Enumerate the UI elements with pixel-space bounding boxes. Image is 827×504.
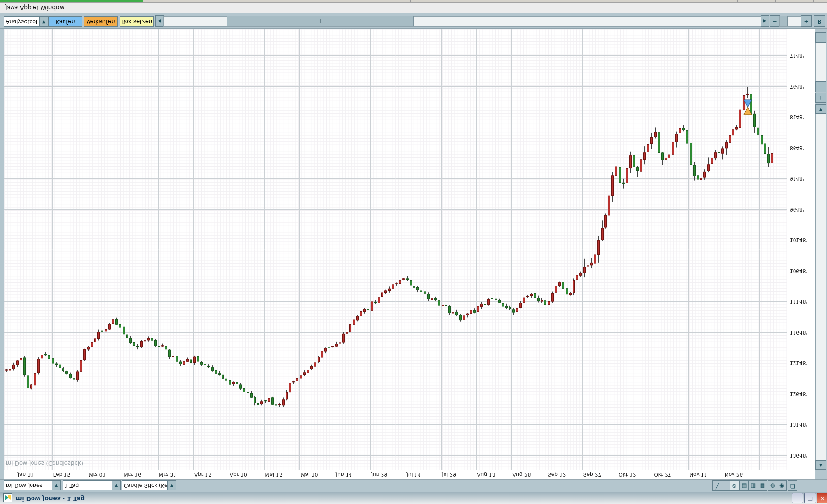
horizontal-zoom-out-button[interactable]: − bbox=[770, 15, 780, 27]
background-window-green-row bbox=[0, 0, 143, 2]
window-title: mi Dow Jones - 1 Tag bbox=[16, 495, 85, 502]
dashed-levels-icon[interactable]: ≡ bbox=[721, 480, 731, 491]
scroll-left-button[interactable]: ◀ bbox=[155, 15, 164, 27]
price-tick-label: 10648' bbox=[790, 268, 807, 274]
date-tick-label: Nov 26 bbox=[725, 472, 743, 478]
grid-fine-icon[interactable]: ▤ bbox=[739, 480, 749, 491]
background-column-divider bbox=[586, 0, 586, 2]
price-tick-label: 13148' bbox=[790, 422, 807, 428]
background-column-divider bbox=[548, 0, 548, 2]
date-tick-label: Jul 29 bbox=[442, 472, 456, 478]
java-security-banner: Java Applet Window bbox=[0, 2, 827, 13]
date-tick-label: Apr 30 bbox=[230, 472, 247, 478]
price-tick-label: 9648' bbox=[790, 207, 804, 213]
horizontal-scrollbar-thumb[interactable]: ||| bbox=[227, 16, 414, 26]
title-bar: mi Dow Jones - 1 Tag – ❐ ✕ bbox=[0, 492, 827, 504]
date-tick-label: Jul 14 bbox=[407, 472, 421, 478]
background-column-divider bbox=[624, 0, 624, 2]
symbol-select[interactable]: mi Dow Jones bbox=[4, 480, 52, 490]
minimize-button[interactable]: – bbox=[792, 493, 803, 503]
date-tick-label: Aug 28 bbox=[512, 472, 531, 478]
background-column-divider bbox=[662, 0, 662, 2]
background-column-divider bbox=[775, 0, 776, 2]
analysetool-select-arrow-icon[interactable]: ▼ bbox=[39, 16, 48, 27]
vertical-scroll-zoom-strip: ▲ ▼ + − bbox=[815, 29, 826, 470]
date-tick-label: Jun 29 bbox=[371, 472, 387, 478]
vertical-zoom-slider-track[interactable] bbox=[815, 43, 826, 81]
date-axis: Jan 31Feb 15Mrz 01Mrz 16Mrz 31Apr 15Apr … bbox=[4, 469, 815, 480]
date-tick-label: Mrz 01 bbox=[89, 472, 106, 478]
date-tick-label: Mai 30 bbox=[300, 472, 318, 478]
background-column-divider bbox=[737, 0, 738, 2]
background-column-divider bbox=[255, 0, 255, 2]
price-axis: 7148'7648'8148'8648'9148'9648'10148'1064… bbox=[787, 29, 815, 470]
date-tick-label: Nov 11 bbox=[689, 472, 707, 478]
background-window-edge bbox=[0, 0, 827, 2]
grid-coarse-icon[interactable]: ▦ bbox=[758, 480, 767, 491]
date-tick-label: Mai 15 bbox=[265, 472, 283, 478]
background-column-divider bbox=[410, 0, 411, 2]
app-logo-icon bbox=[3, 493, 12, 502]
background-column-divider bbox=[512, 0, 512, 2]
price-tick-label: 11148' bbox=[790, 299, 807, 305]
restore-button[interactable]: ❐ bbox=[804, 493, 816, 503]
sell-button[interactable]: Verkaufen bbox=[84, 16, 118, 27]
price-tick-label: 9148' bbox=[790, 176, 804, 182]
sphere-light-icon[interactable]: ◍ bbox=[768, 480, 778, 491]
date-tick-label: Mrz 16 bbox=[124, 472, 141, 478]
interval-select-arrow-icon[interactable]: ▼ bbox=[112, 480, 121, 490]
chart-type-select-arrow-icon[interactable]: ▼ bbox=[167, 480, 176, 490]
date-tick-label: Jun 14 bbox=[336, 472, 352, 478]
applet-window: mi Dow Jones - 1 Tag – ❐ ✕ mi Dow Jones … bbox=[0, 0, 827, 504]
close-button[interactable]: ✕ bbox=[817, 493, 827, 503]
vertical-scrollbar-track[interactable] bbox=[815, 114, 826, 460]
price-tick-label: 7648' bbox=[790, 84, 804, 90]
scroll-up-button[interactable]: ▲ bbox=[815, 460, 826, 470]
date-tick-label: Feb 15 bbox=[53, 472, 70, 478]
markers-off-icon[interactable]: ⊘ bbox=[730, 480, 739, 491]
trade-toolbar: Analysetool ▼ Kaufen Verkaufen Box setze… bbox=[0, 15, 827, 29]
horizontal-scrollbar-track[interactable]: ||| bbox=[163, 16, 761, 27]
scroll-down-button[interactable]: ▼ bbox=[815, 104, 826, 114]
date-tick-label: Jan 31 bbox=[18, 472, 34, 478]
symbol-select-arrow-icon[interactable]: ▼ bbox=[52, 480, 61, 490]
reset-view-button[interactable]: R bbox=[814, 15, 825, 27]
date-tick-label: Aug 13 bbox=[477, 472, 495, 478]
scrollbar-grip-icon: ||| bbox=[317, 19, 322, 23]
price-tick-label: 11648' bbox=[790, 330, 807, 336]
horizontal-zoom-slider-thumb[interactable] bbox=[780, 16, 788, 26]
background-column-divider bbox=[700, 0, 700, 2]
date-tick-label: Okt 12 bbox=[619, 472, 636, 478]
set-box-button[interactable]: Box setzen bbox=[120, 16, 154, 27]
analysetool-select[interactable]: Analysetool bbox=[4, 16, 42, 27]
date-tick-label: Sep 12 bbox=[548, 472, 566, 478]
buy-button[interactable]: Kaufen bbox=[48, 16, 82, 27]
scroll-right-button[interactable]: ▶ bbox=[761, 15, 769, 27]
chart-type-select[interactable]: Candle Stick (Kerzen) bbox=[122, 480, 168, 490]
price-tick-label: 10148' bbox=[790, 238, 807, 244]
vertical-zoom-in-button[interactable]: + bbox=[815, 93, 826, 103]
date-tick-label: Okt 27 bbox=[654, 472, 671, 478]
chart-selector-bar: mi Dow Jones ▼ 1 Tag ▼ Candle Stick (Ker… bbox=[0, 479, 827, 492]
price-tick-label: 12648' bbox=[790, 391, 807, 397]
vertical-zoom-out-button[interactable]: − bbox=[815, 32, 826, 43]
grid-medium-icon[interactable]: ▥ bbox=[748, 480, 758, 491]
date-tick-label: Sep 27 bbox=[583, 472, 602, 478]
cascade-windows-icon[interactable]: ❐ bbox=[788, 480, 797, 491]
price-tick-label: 13648' bbox=[790, 453, 807, 459]
price-tick-label: 12148' bbox=[790, 361, 807, 367]
vertical-zoom-slider-thumb[interactable] bbox=[815, 81, 826, 92]
candlestick-chart[interactable] bbox=[4, 29, 787, 470]
date-tick-label: Apr 15 bbox=[194, 472, 212, 478]
date-tick-label: Mrz 31 bbox=[159, 472, 177, 478]
horizontal-zoom-slider-track[interactable] bbox=[779, 16, 801, 27]
background-column-divider bbox=[813, 0, 814, 2]
price-tick-label: 8148' bbox=[790, 115, 804, 121]
chart-series-label: mi Dow Jones (Candlestick) bbox=[6, 460, 83, 467]
interval-select[interactable]: 1 Tag bbox=[63, 480, 112, 490]
horizontal-zoom-in-button[interactable]: + bbox=[801, 15, 812, 27]
price-tick-label: 8648' bbox=[790, 145, 804, 151]
sphere-dark-icon[interactable]: ◉ bbox=[777, 480, 787, 491]
price-tick-label: 7148' bbox=[790, 53, 804, 59]
